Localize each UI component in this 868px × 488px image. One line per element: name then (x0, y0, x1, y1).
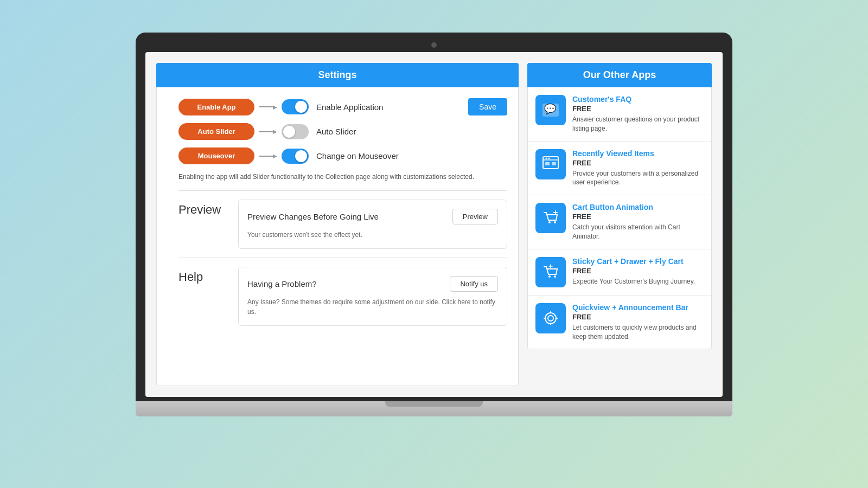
app-item-quickview: Quickview + Announcement Bar FREE Let cu… (528, 296, 711, 349)
help-box: Having a Problem? Notify us Any Issue? S… (238, 267, 507, 326)
enable-app-toggle[interactable] (282, 99, 309, 114)
laptop-camera (431, 42, 437, 48)
app-desc-faq: Answer customer questions on your produc… (572, 115, 704, 133)
app-price-faq: FREE (572, 105, 704, 113)
preview-title: Preview (178, 200, 238, 217)
svg-point-8 (548, 221, 551, 223)
divider-1 (178, 190, 507, 191)
help-title: Help (178, 267, 238, 284)
app-item-sticky-cart: Sticky Cart + Drawer + Fly Cart FREE Exp… (528, 249, 711, 296)
app-item-faq: 💬 Customer's FAQ FREE Answer customer qu… (528, 87, 711, 142)
app-item-cart-animation: Cart Button Animation FREE Catch your vi… (528, 195, 711, 249)
app-icon-quickview (535, 303, 566, 333)
app-info-sticky-cart: Sticky Cart + Drawer + Fly Cart FREE Exp… (572, 257, 704, 286)
svg-point-12 (545, 313, 556, 324)
app-price-quickview: FREE (572, 313, 704, 321)
preview-box-header: Preview Changes Before Going Live Previe… (247, 209, 498, 224)
notify-button[interactable]: Notify us (450, 276, 498, 292)
preview-box-title: Preview Changes Before Going Live (247, 212, 379, 221)
settings-content: Enable App Enable Application Save A (156, 87, 519, 386)
laptop-screen-outer: Settings Enable App Enable Ap (136, 33, 732, 401)
auto-slider-knob (283, 126, 295, 138)
app-info-cart-animation: Cart Button Animation FREE Catch your vi… (572, 203, 704, 241)
auto-slider-badge: Auto Slider (178, 123, 254, 140)
save-button[interactable]: Save (468, 98, 507, 115)
app-name-sticky-cart[interactable]: Sticky Cart + Drawer + Fly Cart (572, 257, 704, 266)
app-icon-sticky-cart (535, 257, 566, 287)
enable-app-label: Enable Application (316, 102, 468, 112)
toggle-section: Enable App Enable Application Save A (178, 98, 507, 182)
svg-point-11 (554, 275, 556, 278)
auto-slider-toggle[interactable] (282, 124, 309, 139)
settings-header: Settings (156, 63, 519, 87)
app-icon-recently-viewed (535, 149, 566, 179)
app-name-faq[interactable]: Customer's FAQ (572, 95, 704, 104)
enable-app-knob (295, 101, 307, 113)
help-description: Any Issue? Some themes do require some a… (247, 297, 498, 317)
laptop-screen: Settings Enable App Enable Ap (145, 52, 723, 397)
svg-rect-6 (545, 162, 550, 165)
app-icon-faq: 💬 (535, 95, 566, 125)
preview-section: Preview Preview Changes Before Going Liv… (178, 200, 507, 249)
app-desc-cart-animation: Catch your visitors attention with Cart … (572, 223, 704, 241)
mouseover-row: Mouseover Change on Mouseover (178, 147, 507, 164)
mouseover-badge: Mouseover (178, 147, 254, 164)
enable-app-row: Enable App Enable Application Save (178, 98, 507, 115)
app-info-quickview: Quickview + Announcement Bar FREE Let cu… (572, 303, 704, 342)
svg-point-9 (554, 221, 556, 223)
arrow-mouseover (259, 153, 277, 159)
arrow-enable (259, 104, 277, 110)
svg-text:💬: 💬 (544, 103, 557, 115)
svg-rect-7 (552, 162, 556, 165)
mouseover-toggle[interactable] (282, 149, 309, 164)
auto-slider-row: Auto Slider Auto Slider (178, 123, 507, 140)
toggle-description: Enabling the app will add Slider functio… (178, 172, 507, 182)
app-price-sticky-cart: FREE (572, 267, 704, 275)
svg-point-13 (548, 316, 553, 321)
app-item-recently-viewed: Recently Viewed Items FREE Provide your … (528, 142, 711, 196)
other-apps-header: Our Other Apps (527, 63, 712, 87)
svg-point-4 (546, 157, 547, 159)
help-box-header: Having a Problem? Notify us (247, 276, 498, 292)
other-apps-list: 💬 Customer's FAQ FREE Answer customer qu… (527, 87, 712, 349)
laptop: Settings Enable App Enable Ap (136, 33, 732, 455)
enable-app-badge: Enable App (178, 99, 254, 115)
help-section: Help Having a Problem? Notify us Any Iss… (178, 267, 507, 326)
app-info-faq: Customer's FAQ FREE Answer customer ques… (572, 95, 704, 133)
preview-description: Your customers won't see the effect yet. (247, 230, 498, 240)
other-apps-panel: Our Other Apps 💬 Customer's F (527, 63, 712, 386)
settings-panel: Settings Enable App Enable Ap (156, 63, 519, 386)
app-desc-sticky-cart: Expedite Your Customer's Buying Journey. (572, 277, 704, 286)
app-price-recently-viewed: FREE (572, 159, 704, 167)
mouseover-label: Change on Mouseover (316, 151, 507, 160)
app-desc-quickview: Let customers to quickly view products a… (572, 323, 704, 342)
svg-point-10 (548, 275, 551, 278)
app-container: Settings Enable App Enable Ap (145, 52, 723, 397)
app-name-quickview[interactable]: Quickview + Announcement Bar (572, 303, 704, 312)
auto-slider-label: Auto Slider (316, 127, 507, 136)
svg-point-5 (548, 157, 550, 159)
app-name-cart-animation[interactable]: Cart Button Animation (572, 203, 704, 211)
help-box-title: Having a Problem? (247, 279, 317, 288)
app-icon-cart-animation (535, 203, 566, 233)
arrow-auto-slider (259, 129, 277, 134)
app-desc-recently-viewed: Provide your customers with a personaliz… (572, 169, 704, 188)
divider-2 (178, 258, 507, 258)
app-name-recently-viewed[interactable]: Recently Viewed Items (572, 149, 704, 158)
mouseover-knob (295, 150, 307, 162)
app-price-cart-animation: FREE (572, 213, 704, 221)
preview-button[interactable]: Preview (452, 209, 498, 224)
preview-box: Preview Changes Before Going Live Previe… (238, 200, 507, 249)
app-info-recently-viewed: Recently Viewed Items FREE Provide your … (572, 149, 704, 188)
laptop-base (136, 401, 732, 416)
